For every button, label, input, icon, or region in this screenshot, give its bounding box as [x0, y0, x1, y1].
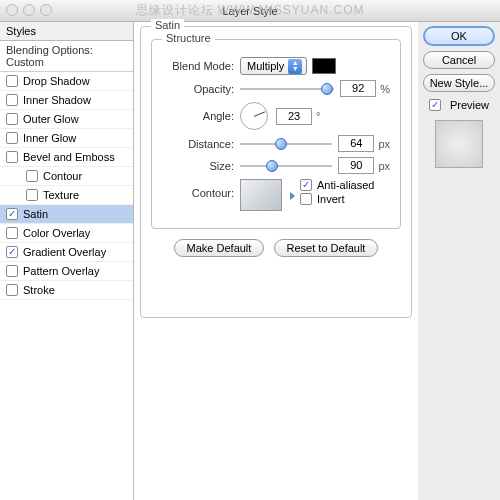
sidebar-item-label: Inner Glow [23, 132, 76, 144]
sidebar-item-outer-glow[interactable]: Outer Glow [0, 110, 133, 129]
sidebar-checkbox[interactable] [6, 151, 18, 163]
preview-checkbox[interactable] [429, 99, 441, 111]
sidebar-item-color-overlay[interactable]: Color Overlay [0, 224, 133, 243]
sidebar-item-label: Contour [43, 170, 82, 182]
blend-mode-value: Multiply [247, 60, 284, 72]
sidebar-checkbox[interactable] [6, 75, 18, 87]
sidebar-checkbox[interactable] [26, 170, 38, 182]
color-swatch[interactable] [312, 58, 336, 74]
window-title: Layer Style [222, 5, 277, 17]
px-unit-1: px [378, 138, 390, 150]
select-arrows-icon: ▲▼ [288, 59, 302, 74]
opacity-input[interactable]: 92 [340, 80, 376, 97]
anti-aliased-checkbox[interactable] [300, 179, 312, 191]
sidebar-checkbox[interactable] [6, 227, 18, 239]
sidebar-checkbox[interactable] [6, 208, 18, 220]
sidebar-item-contour[interactable]: Contour [0, 167, 133, 186]
distance-slider[interactable] [240, 137, 332, 151]
ok-button[interactable]: OK [423, 26, 495, 46]
size-row: Size: 90 px [162, 157, 390, 174]
sidebar-header[interactable]: Styles [0, 22, 133, 41]
preview-thumbnail [435, 120, 483, 168]
distance-label: Distance: [162, 138, 240, 150]
sidebar-item-inner-glow[interactable]: Inner Glow [0, 129, 133, 148]
sidebar-checkbox[interactable] [26, 189, 38, 201]
angle-input[interactable]: 23 [276, 108, 312, 125]
sidebar-checkbox[interactable] [6, 132, 18, 144]
sidebar-item-satin[interactable]: Satin [0, 205, 133, 224]
sidebar-item-label: Bevel and Emboss [23, 151, 115, 163]
contour-picker[interactable] [240, 179, 282, 211]
anti-aliased-row[interactable]: Anti-aliased [300, 179, 374, 191]
blend-mode-label: Blend Mode: [162, 60, 240, 72]
distance-row: Distance: 64 px [162, 135, 390, 152]
reset-default-button[interactable]: Reset to Default [274, 239, 379, 257]
sidebar-item-label: Satin [23, 208, 48, 220]
layer-style-dialog: 思缘设计论坛 WWW.MISSYUAN.COM Layer Style Styl… [0, 0, 500, 500]
percent-unit: % [380, 83, 390, 95]
sidebar-item-label: Inner Shadow [23, 94, 91, 106]
new-style-button[interactable]: New Style... [423, 74, 495, 92]
traffic-light-close[interactable] [6, 4, 18, 16]
sidebar-item-gradient-overlay[interactable]: Gradient Overlay [0, 243, 133, 262]
structure-fieldset: Structure Blend Mode: Multiply ▲▼ Opacit… [151, 39, 401, 229]
sidebar-item-texture[interactable]: Texture [0, 186, 133, 205]
sidebar-item-pattern-overlay[interactable]: Pattern Overlay [0, 262, 133, 281]
distance-input[interactable]: 64 [338, 135, 374, 152]
sidebar-checkbox[interactable] [6, 284, 18, 296]
cancel-button[interactable]: Cancel [423, 51, 495, 69]
blend-mode-row: Blend Mode: Multiply ▲▼ [162, 57, 390, 75]
preview-label: Preview [450, 99, 489, 111]
traffic-light-min[interactable] [23, 4, 35, 16]
dialog-content: Styles Blending Options: Custom Drop Sha… [0, 22, 500, 500]
structure-legend: Structure [162, 32, 215, 44]
sidebar-item-label: Gradient Overlay [23, 246, 106, 258]
sidebar-item-label: Pattern Overlay [23, 265, 99, 277]
preview-row[interactable]: Preview [429, 99, 489, 111]
contour-label: Contour: [162, 179, 240, 199]
anti-aliased-label: Anti-aliased [317, 179, 374, 191]
blending-options-row[interactable]: Blending Options: Custom [0, 41, 133, 72]
main-panel: Satin Structure Blend Mode: Multiply ▲▼ … [134, 22, 418, 500]
angle-label: Angle: [162, 110, 240, 122]
angle-dial[interactable] [240, 102, 268, 130]
invert-label: Invert [317, 193, 345, 205]
sidebar-item-label: Drop Shadow [23, 75, 90, 87]
invert-row[interactable]: Invert [300, 193, 374, 205]
sidebar-item-label: Color Overlay [23, 227, 90, 239]
make-default-button[interactable]: Make Default [174, 239, 265, 257]
sidebar-item-drop-shadow[interactable]: Drop Shadow [0, 72, 133, 91]
sidebar-item-inner-shadow[interactable]: Inner Shadow [0, 91, 133, 110]
right-panel: OK Cancel New Style... Preview [418, 22, 500, 500]
satin-legend: Satin [151, 19, 184, 31]
px-unit-2: px [378, 160, 390, 172]
sidebar-checkbox[interactable] [6, 246, 18, 258]
opacity-slider[interactable] [240, 82, 334, 96]
sidebar-checkbox[interactable] [6, 94, 18, 106]
satin-fieldset: Satin Structure Blend Mode: Multiply ▲▼ … [140, 26, 412, 318]
contour-row: Contour: Anti-aliased Invert [162, 179, 390, 211]
sidebar-item-label: Outer Glow [23, 113, 79, 125]
sidebar-checkbox[interactable] [6, 265, 18, 277]
size-label: Size: [162, 160, 240, 172]
titlebar: Layer Style [0, 0, 500, 22]
sidebar-item-label: Texture [43, 189, 79, 201]
traffic-light-zoom[interactable] [40, 4, 52, 16]
styles-sidebar: Styles Blending Options: Custom Drop Sha… [0, 22, 134, 500]
sidebar-item-stroke[interactable]: Stroke [0, 281, 133, 300]
invert-checkbox[interactable] [300, 193, 312, 205]
opacity-label: Opacity: [162, 83, 240, 95]
angle-row: Angle: 23 ° [162, 102, 390, 130]
sidebar-checkbox[interactable] [6, 113, 18, 125]
default-buttons-row: Make Default Reset to Default [151, 239, 401, 257]
size-slider[interactable] [240, 159, 332, 173]
sidebar-item-label: Stroke [23, 284, 55, 296]
opacity-row: Opacity: 92 % [162, 80, 390, 97]
degree-unit: ° [316, 110, 320, 122]
blend-mode-select[interactable]: Multiply ▲▼ [240, 57, 307, 75]
window-controls [6, 4, 52, 16]
size-input[interactable]: 90 [338, 157, 374, 174]
sidebar-item-bevel-and-emboss[interactable]: Bevel and Emboss [0, 148, 133, 167]
